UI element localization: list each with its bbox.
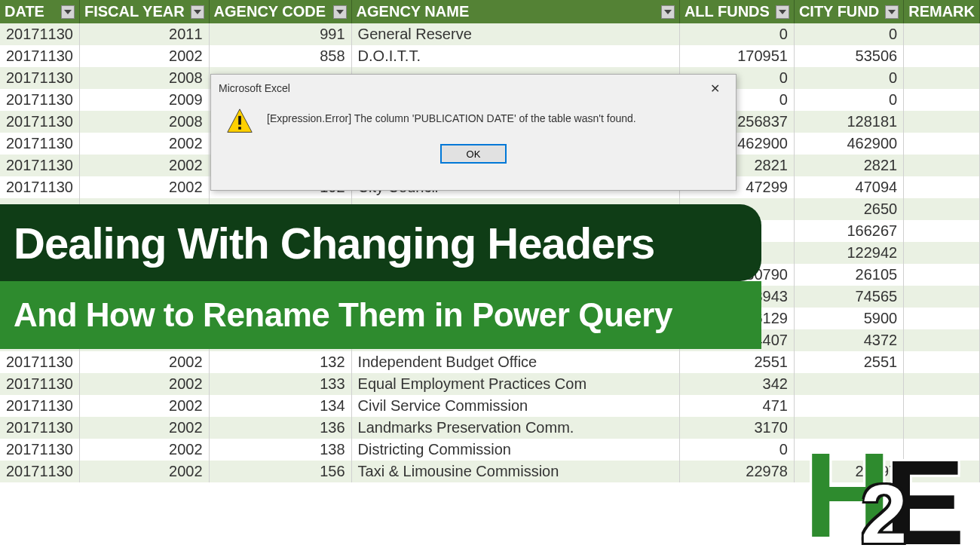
close-icon[interactable]: ✕ — [701, 79, 728, 97]
cell-all-funds[interactable]: 471 — [679, 395, 794, 417]
cell-remarks[interactable] — [904, 23, 980, 45]
cell-fiscal-year[interactable]: 2008 — [79, 111, 209, 133]
cell-date[interactable]: 20171130 — [0, 417, 79, 439]
cell-fiscal-year[interactable]: 2008 — [79, 67, 209, 89]
cell-remarks[interactable] — [904, 111, 980, 133]
filter-dropdown-icon[interactable] — [191, 5, 204, 19]
cell-remarks[interactable] — [904, 329, 980, 351]
cell-city-fund[interactable]: 2551 — [794, 351, 903, 373]
table-row[interactable]: 201711302002132Independent Budget Office… — [0, 351, 980, 373]
cell-date[interactable]: 20171130 — [0, 176, 79, 198]
cell-city-fund[interactable]: 4372 — [794, 329, 903, 351]
cell-fiscal-year[interactable]: 2002 — [79, 176, 209, 198]
cell-agency-code[interactable]: 133 — [209, 373, 351, 395]
col-header-remarks[interactable]: REMARK — [904, 0, 980, 23]
cell-remarks[interactable] — [904, 373, 980, 395]
cell-agency-name[interactable]: Taxi & Limousine Commission — [351, 461, 679, 482]
cell-city-fund[interactable]: 122942 — [794, 242, 903, 264]
cell-remarks[interactable] — [904, 89, 980, 111]
cell-city-fund[interactable]: 5900 — [794, 308, 903, 329]
cell-date[interactable]: 20171130 — [0, 89, 79, 111]
cell-fiscal-year[interactable]: 2002 — [79, 373, 209, 395]
cell-city-fund[interactable]: 0 — [794, 67, 903, 89]
cell-date[interactable]: 20171130 — [0, 395, 79, 417]
cell-date[interactable]: 20171130 — [0, 111, 79, 133]
cell-agency-code[interactable]: 134 — [209, 395, 351, 417]
cell-remarks[interactable] — [904, 176, 980, 198]
filter-dropdown-icon[interactable] — [885, 5, 899, 19]
cell-fiscal-year[interactable]: 2002 — [79, 461, 209, 482]
cell-city-fund[interactable]: 74565 — [794, 286, 903, 308]
cell-all-funds[interactable]: 0 — [679, 23, 794, 45]
cell-all-funds[interactable]: 170951 — [679, 45, 794, 67]
cell-agency-name[interactable]: General Reserve — [351, 23, 679, 45]
filter-dropdown-icon[interactable] — [333, 5, 347, 19]
cell-remarks[interactable] — [904, 286, 980, 308]
col-header-fiscal-year[interactable]: FISCAL YEAR — [79, 0, 209, 23]
cell-city-fund[interactable]: 462900 — [794, 133, 903, 155]
col-header-city-fund[interactable]: CITY FUND — [794, 0, 903, 23]
cell-date[interactable]: 20171130 — [0, 439, 79, 461]
col-header-date[interactable]: DATE — [0, 0, 79, 23]
cell-fiscal-year[interactable]: 2002 — [79, 395, 209, 417]
cell-agency-name[interactable]: D.O.I.T.T. — [351, 45, 679, 67]
cell-agency-name[interactable]: Equal Employment Practices Com — [351, 373, 679, 395]
filter-dropdown-icon[interactable] — [661, 5, 675, 19]
cell-remarks[interactable] — [904, 242, 980, 264]
cell-remarks[interactable] — [904, 198, 980, 220]
table-row[interactable]: 201711302002134Civil Service Commission4… — [0, 395, 980, 417]
cell-agency-code[interactable]: 858 — [209, 45, 351, 67]
table-row[interactable]: 201711302011991General Reserve00 — [0, 23, 980, 45]
cell-city-fund[interactable]: 0 — [794, 89, 903, 111]
cell-remarks[interactable] — [904, 220, 980, 242]
cell-fiscal-year[interactable]: 2002 — [79, 439, 209, 461]
cell-date[interactable]: 20171130 — [0, 373, 79, 395]
cell-remarks[interactable] — [904, 308, 980, 329]
cell-date[interactable]: 20171130 — [0, 133, 79, 155]
cell-all-funds[interactable]: 3170 — [679, 417, 794, 439]
cell-date[interactable]: 20171130 — [0, 67, 79, 89]
cell-all-funds[interactable]: 342 — [679, 373, 794, 395]
cell-all-funds[interactable]: 2551 — [679, 351, 794, 373]
cell-remarks[interactable] — [904, 264, 980, 286]
cell-all-funds[interactable]: 22978 — [679, 461, 794, 482]
cell-date[interactable]: 20171130 — [0, 461, 79, 482]
cell-all-funds[interactable]: 0 — [679, 439, 794, 461]
cell-city-fund[interactable] — [794, 373, 903, 395]
cell-agency-name[interactable]: Civil Service Commission — [351, 395, 679, 417]
cell-city-fund[interactable]: 128181 — [794, 111, 903, 133]
cell-date[interactable]: 20171130 — [0, 45, 79, 67]
cell-remarks[interactable] — [904, 155, 980, 176]
cell-remarks[interactable] — [904, 351, 980, 373]
cell-agency-name[interactable]: Independent Budget Office — [351, 351, 679, 373]
cell-agency-name[interactable]: Landmarks Preservation Comm. — [351, 417, 679, 439]
cell-remarks[interactable] — [904, 67, 980, 89]
cell-city-fund[interactable]: 166267 — [794, 220, 903, 242]
cell-city-fund[interactable]: 2821 — [794, 155, 903, 176]
cell-fiscal-year[interactable]: 2002 — [79, 133, 209, 155]
cell-fiscal-year[interactable]: 2002 — [79, 155, 209, 176]
cell-date[interactable]: 20171130 — [0, 351, 79, 373]
cell-fiscal-year[interactable]: 2002 — [79, 45, 209, 67]
cell-agency-code[interactable]: 132 — [209, 351, 351, 373]
cell-fiscal-year[interactable]: 2011 — [79, 23, 209, 45]
cell-city-fund[interactable] — [794, 395, 903, 417]
filter-dropdown-icon[interactable] — [61, 5, 75, 19]
cell-agency-code[interactable]: 156 — [209, 461, 351, 482]
cell-fiscal-year[interactable]: 2002 — [79, 351, 209, 373]
cell-city-fund[interactable]: 0 — [794, 23, 903, 45]
col-header-agency-code[interactable]: AGENCY CODE — [209, 0, 351, 23]
cell-remarks[interactable] — [904, 395, 980, 417]
cell-agency-code[interactable]: 138 — [209, 439, 351, 461]
filter-dropdown-icon[interactable] — [776, 5, 789, 19]
dialog-titlebar[interactable]: Microsoft Excel ✕ — [211, 75, 736, 102]
col-header-all-funds[interactable]: ALL FUNDS — [679, 0, 794, 23]
cell-fiscal-year[interactable]: 2009 — [79, 89, 209, 111]
cell-agency-code[interactable]: 991 — [209, 23, 351, 45]
cell-date[interactable]: 20171130 — [0, 155, 79, 176]
col-header-agency-name[interactable]: AGENCY NAME — [351, 0, 679, 23]
cell-remarks[interactable] — [904, 45, 980, 67]
cell-date[interactable]: 20171130 — [0, 23, 79, 45]
cell-city-fund[interactable]: 53506 — [794, 45, 903, 67]
cell-city-fund[interactable]: 26105 — [794, 264, 903, 286]
